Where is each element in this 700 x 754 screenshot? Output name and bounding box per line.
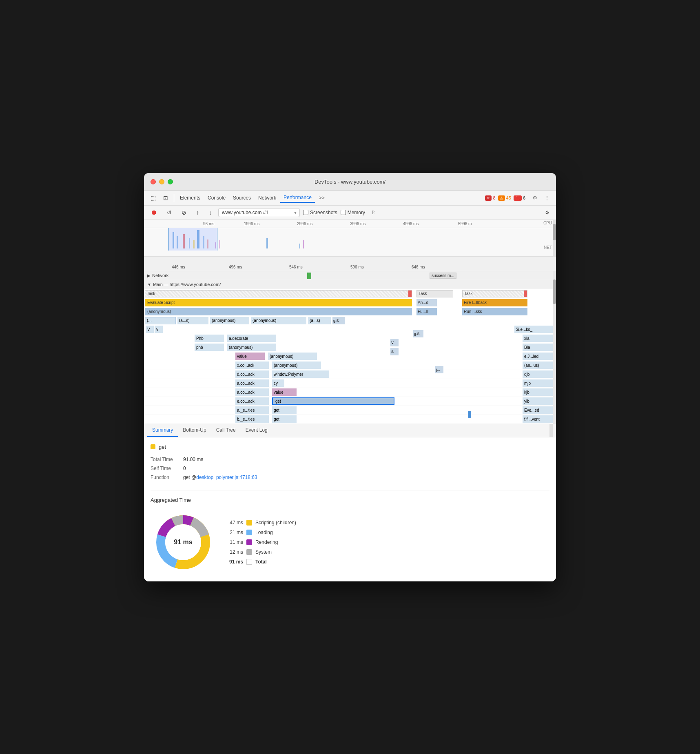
tab-more[interactable]: >> [316,193,328,202]
flame-scrollbar[interactable] [553,271,556,424]
kjb-cell[interactable]: kjb [523,388,555,396]
get3-cell[interactable]: get [272,415,297,423]
settings-btn[interactable]: ⚙ [529,193,541,202]
run-bar[interactable]: Run ...sks [462,308,527,315]
flame-scrollbar-thumb[interactable] [553,279,556,304]
bla-cell[interactable]: Bla [523,344,555,351]
url-input[interactable] [218,208,300,217]
reload-btn[interactable]: ↺ [164,208,175,217]
upload-btn[interactable]: ↑ [193,208,202,217]
value-cell1[interactable]: value [235,353,265,360]
be-ties-cell[interactable]: b._e...ties [235,415,269,423]
flame-row-evaluate[interactable]: Evaluate Script An...d Fire l...llback [144,298,556,307]
tab-summary[interactable]: Summary [147,424,178,437]
j-bar[interactable]: j... [435,366,443,373]
value2-cell[interactable]: value [272,388,297,396]
ejled-cell[interactable]: e.J...led [523,353,555,360]
tick-5996ms: 5996 m [458,222,472,226]
responsive-icon-btn[interactable]: ⊡ [160,193,171,203]
v-cell2[interactable]: v [155,326,163,333]
network-section-header[interactable]: ▶ Network success.m... [144,271,556,280]
flame-row-anonymous[interactable]: (anonymous) Fu...ll Run ...sks [144,307,556,316]
timeline-overview[interactable]: 96 ms 1996 ms 2996 ms 3996 ms 4996 ms 59… [144,220,556,257]
memory-checkbox[interactable] [341,210,346,215]
qjb-cell[interactable]: qjb [523,370,555,378]
adecorate-cell[interactable]: a.decorate [227,335,276,342]
full-bar[interactable]: Fu...ll [416,308,437,315]
tab-elements[interactable]: Elements [177,193,204,202]
flame-row-task[interactable]: Task Task Task [144,289,556,298]
anon4-cell[interactable]: (anonymous) [272,361,321,369]
main-expand-arrow[interactable]: ▼ [147,282,151,287]
maximize-button[interactable] [168,179,173,184]
gas-bar[interactable]: g.S [332,317,345,324]
tab-sources[interactable]: Sources [230,193,254,202]
eco-get-row[interactable]: e.co...ack get yib [144,397,556,406]
perf-settings-btn[interactable]: ⚙ [542,208,553,217]
cy-cell[interactable]: cy [272,379,284,387]
timeline-scrollbar[interactable] [553,220,556,256]
clear-btn[interactable]: ⊘ [178,208,190,217]
minimize-button[interactable] [159,179,164,184]
and-bar[interactable]: An...d [416,299,437,306]
eco-cell[interactable]: e.co...ack [235,397,269,405]
task-bar-1[interactable]: Task [145,290,412,297]
v-cell1[interactable]: V [146,326,154,333]
phb2-cell[interactable]: phb [195,344,224,351]
yib-cell[interactable]: yib [523,397,555,405]
cpu-chart[interactable]: NET [144,228,556,251]
task-bar-3[interactable]: Task [462,290,527,297]
tab-console[interactable]: Console [204,193,229,202]
task-bar-2[interactable]: Task [416,290,453,297]
ffivent-cell[interactable]: f.fi...vent [523,415,555,423]
phb-cell[interactable]: Phb [195,335,224,342]
cell-1-1[interactable]: (... [145,317,176,324]
cell-1-3[interactable]: (anonymous) [210,317,249,324]
xla-cell[interactable]: xla [523,335,555,342]
anon-bar[interactable]: (anonymous) [145,308,412,315]
gs-bar[interactable]: g.S [413,330,423,337]
get-selected-cell[interactable]: get [272,397,394,405]
memory-checkbox-label[interactable]: Memory [341,210,365,215]
download-btn[interactable]: ↓ [206,208,215,217]
ae-ties-cell[interactable]: a._e...ties [235,406,269,414]
tab-network[interactable]: Network [255,193,279,202]
cell-1-2[interactable]: (a...s) [177,317,208,324]
flame-settings-btn[interactable]: ⚐ [368,208,379,217]
record-btn[interactable]: ⏺ [147,207,160,218]
evaluate-bar[interactable]: Evaluate Script [145,299,412,306]
tab-event-log[interactable]: Event Log [241,424,272,437]
anon3-cell[interactable]: (anonymous) [268,353,317,360]
url-dropdown-icon[interactable]: ▼ [293,210,297,215]
aco-val-cell[interactable]: a.co...ack [235,388,269,396]
selection-highlight[interactable] [168,228,217,251]
close-button[interactable] [151,179,156,184]
v-bar2[interactable]: V [390,339,399,346]
screenshots-checkbox[interactable] [303,210,308,215]
network-expand-arrow[interactable]: ▶ [147,273,151,278]
main-section-header[interactable]: ▼ Main — https://www.youtube.com/ [144,280,556,289]
wpolymer-cell[interactable]: window.Polymer [272,370,329,378]
cell-1-4[interactable]: (anonymous) [251,317,306,324]
more-btn[interactable]: ⋮ [541,193,553,202]
aco-cy-cell[interactable]: a.co...ack [235,379,269,387]
function-link[interactable]: desktop_polymer.js:4718:63 [196,475,257,480]
tab-bottom-up[interactable]: Bottom-Up [178,424,211,437]
ks-cell[interactable]: $i.e...ks_ [514,326,555,333]
tab-performance[interactable]: Performance [280,193,315,203]
screenshots-checkbox-label[interactable]: Screenshots [303,210,337,215]
anus-cell[interactable]: (an...us) [523,361,555,369]
anon2-cell[interactable]: (anonymous) [227,344,276,351]
s-bar[interactable]: S [390,348,399,355]
flame-track-task[interactable]: Task Task Task [144,289,556,298]
dco-cell[interactable]: d.co...ack [235,370,269,378]
get2-cell[interactable]: get [272,406,297,414]
timeline-thumb[interactable] [553,224,556,240]
inspect-icon-btn[interactable]: ⬚ [147,193,159,203]
fire-bar[interactable]: Fire l...llback [462,299,527,306]
mjb-cell[interactable]: mjb [523,379,555,387]
xco-cell[interactable]: x.co...ack [235,361,269,369]
tab-call-tree[interactable]: Call Tree [211,424,241,437]
eveed-cell[interactable]: Eve...ed [523,406,555,414]
cell-1-5[interactable]: (a...s) [308,317,331,324]
